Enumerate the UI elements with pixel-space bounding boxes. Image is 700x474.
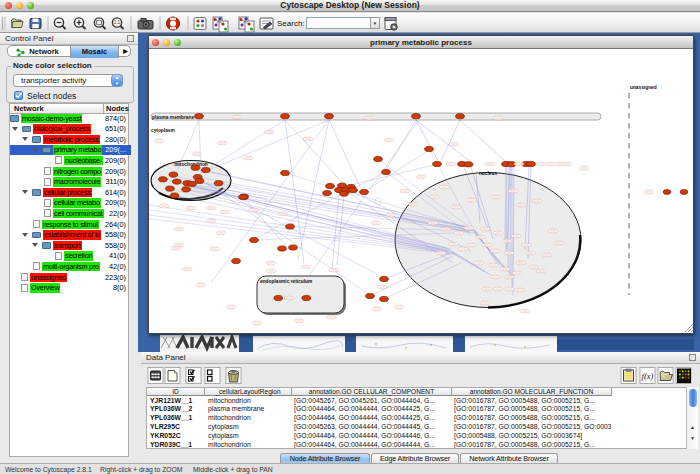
svg-text:unassigned: unassigned bbox=[630, 85, 657, 90]
svg-text:endoplasmic reticulum: endoplasmic reticulum bbox=[260, 279, 312, 284]
svg-text:mitochondrion: mitochondrion bbox=[174, 162, 208, 167]
svg-text:cytoplasm: cytoplasm bbox=[151, 128, 175, 133]
svg-text:1:1: 1:1 bbox=[114, 20, 121, 25]
svg-text:nucleus: nucleus bbox=[479, 171, 497, 176]
svg-text:f(x): f(x) bbox=[642, 371, 654, 381]
svg-text:plasma membrane: plasma membrane bbox=[152, 115, 194, 120]
